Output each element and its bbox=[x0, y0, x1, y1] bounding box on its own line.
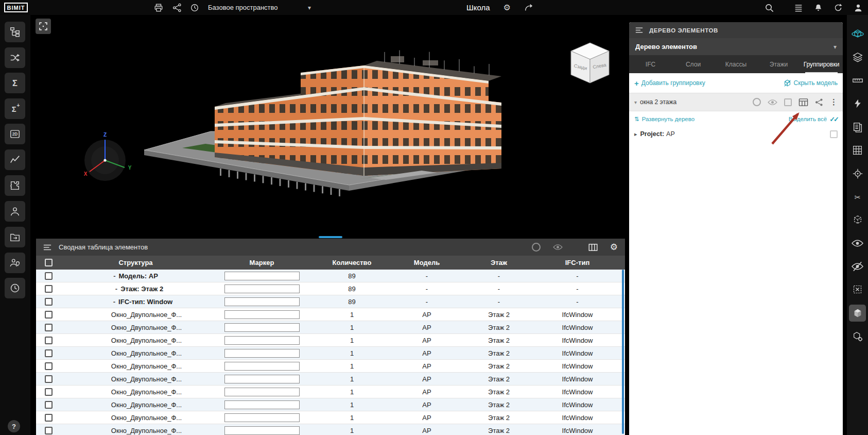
hide-model-link[interactable]: Скрыть модель bbox=[784, 79, 838, 87]
clock-icon[interactable] bbox=[5, 278, 25, 298]
orbit-view-icon[interactable] bbox=[849, 25, 866, 42]
tab-Классы[interactable]: Классы bbox=[715, 55, 757, 73]
marker-input[interactable] bbox=[224, 272, 300, 280]
share-icon[interactable] bbox=[524, 3, 533, 12]
2d-view-icon[interactable]: 2D bbox=[5, 124, 25, 144]
marker-input[interactable] bbox=[224, 426, 300, 435]
help-button[interactable]: ? bbox=[8, 420, 20, 432]
model-cube-icon[interactable] bbox=[849, 305, 866, 322]
row-checkbox[interactable] bbox=[45, 298, 53, 306]
chart-icon[interactable] bbox=[5, 149, 25, 170]
tab-Слои[interactable]: Слои bbox=[672, 55, 715, 73]
tab-IFC[interactable]: IFC bbox=[629, 55, 672, 73]
connections-icon[interactable] bbox=[5, 47, 25, 68]
columns-icon[interactable] bbox=[588, 243, 598, 252]
expand-caret-icon[interactable]: ▸ bbox=[634, 131, 637, 138]
plugins-icon[interactable] bbox=[5, 175, 25, 196]
clash-lightning-icon[interactable] bbox=[849, 95, 866, 112]
grid-icon[interactable] bbox=[849, 142, 866, 159]
list-icon[interactable] bbox=[794, 3, 803, 12]
search-icon[interactable] bbox=[764, 3, 774, 13]
marker-input[interactable] bbox=[224, 310, 300, 319]
grouping-row[interactable]: ▾ окна 2 этажа ⋮ bbox=[629, 93, 843, 111]
selection-circle-icon[interactable] bbox=[753, 98, 761, 106]
row-checkbox[interactable] bbox=[45, 324, 53, 331]
section-cut-icon[interactable]: ✂ bbox=[849, 188, 866, 205]
marker-input[interactable] bbox=[224, 336, 300, 345]
row-checkbox[interactable] bbox=[45, 349, 53, 357]
row-checkbox[interactable] bbox=[45, 401, 53, 409]
row-checkbox[interactable] bbox=[45, 414, 53, 422]
focus-selection-button[interactable] bbox=[36, 19, 51, 34]
marker-input[interactable] bbox=[224, 400, 300, 409]
workspace-selector[interactable]: Базовое пространство ▾ bbox=[208, 0, 311, 15]
model-settings-icon[interactable] bbox=[849, 328, 866, 345]
select-all-link[interactable]: Выделить всё ✓✓ bbox=[789, 115, 838, 123]
refresh-icon[interactable] bbox=[834, 3, 843, 12]
user-icon[interactable] bbox=[854, 3, 863, 12]
menu-icon[interactable] bbox=[43, 244, 51, 251]
navigation-cube[interactable]: Сзади Слева bbox=[561, 36, 622, 92]
devices-icon[interactable] bbox=[153, 3, 164, 13]
row-checkbox[interactable] bbox=[45, 375, 53, 383]
hide-eye-icon[interactable] bbox=[849, 258, 866, 275]
more-options-icon[interactable]: ⋮ bbox=[830, 97, 838, 107]
row-checkbox[interactable] bbox=[45, 311, 53, 319]
locate-icon[interactable] bbox=[849, 165, 866, 182]
row-checkbox[interactable] bbox=[45, 285, 53, 293]
app-logo[interactable]: BIMIT bbox=[4, 3, 28, 12]
select-all-checkbox[interactable] bbox=[45, 259, 53, 266]
col-structure[interactable]: Структура bbox=[61, 259, 211, 266]
add-grouping-link[interactable]: + Добавить группировку bbox=[634, 79, 705, 88]
col-ifc-type[interactable]: IFC-тип bbox=[535, 259, 620, 266]
history-icon[interactable] bbox=[189, 3, 200, 13]
measure-icon[interactable] bbox=[849, 72, 866, 89]
marker-input[interactable] bbox=[224, 413, 300, 422]
tab-Группировки[interactable]: Группировки bbox=[800, 55, 843, 73]
panel-drag-handle[interactable] bbox=[319, 236, 342, 238]
row-checkbox[interactable] bbox=[45, 362, 53, 370]
sheets-icon[interactable] bbox=[849, 119, 866, 136]
folder-transfer-icon[interactable] bbox=[5, 227, 25, 247]
row-checkbox[interactable] bbox=[45, 337, 53, 344]
marker-input[interactable] bbox=[224, 285, 300, 293]
col-model[interactable]: Модель bbox=[391, 259, 463, 266]
marker-input[interactable] bbox=[224, 375, 300, 383]
tree-root-item[interactable]: ▸ Project: АР bbox=[629, 127, 843, 141]
marker-input[interactable] bbox=[224, 349, 300, 358]
marker-input[interactable] bbox=[224, 388, 300, 396]
visibility-icon[interactable] bbox=[553, 244, 563, 250]
grouping-table-icon[interactable] bbox=[798, 98, 808, 107]
marker-input[interactable] bbox=[224, 323, 300, 332]
grouping-checkbox[interactable] bbox=[784, 98, 792, 106]
row-checkbox[interactable] bbox=[45, 427, 53, 434]
network-icon[interactable] bbox=[172, 3, 182, 13]
layers-icon[interactable] bbox=[849, 48, 866, 65]
gear-icon[interactable]: ⚙ bbox=[504, 4, 511, 12]
share-nodes-icon[interactable] bbox=[815, 98, 823, 107]
col-marker[interactable]: Маркер bbox=[211, 259, 313, 266]
menu-icon[interactable] bbox=[635, 27, 643, 34]
table-settings-gear-icon[interactable]: ⚙ bbox=[610, 243, 618, 252]
tab-Этажи[interactable]: Этажи bbox=[757, 55, 800, 73]
sum-icon[interactable]: Σ bbox=[5, 73, 25, 93]
collapse-icon[interactable]: ▾ bbox=[634, 99, 637, 105]
person-icon[interactable] bbox=[5, 201, 25, 222]
structure-tree-icon[interactable] bbox=[5, 22, 25, 42]
row-checkbox[interactable] bbox=[45, 272, 53, 280]
marker-input[interactable] bbox=[224, 297, 300, 306]
bell-icon[interactable] bbox=[814, 3, 823, 12]
col-floor[interactable]: Этаж bbox=[463, 259, 535, 266]
marker-input[interactable] bbox=[224, 362, 300, 371]
table-scrollbar[interactable] bbox=[622, 270, 624, 434]
visibility-icon[interactable] bbox=[768, 99, 777, 106]
selection-circle-icon[interactable] bbox=[532, 243, 541, 252]
sum-add-icon[interactable]: Σ+ bbox=[5, 98, 25, 119]
isolate-box-icon[interactable] bbox=[849, 281, 866, 298]
tree-root-checkbox[interactable] bbox=[830, 130, 838, 138]
col-count[interactable]: Количество bbox=[313, 259, 391, 266]
expand-tree-link[interactable]: ⇅ Развернуть дерево bbox=[634, 115, 695, 123]
show-eye-icon[interactable] bbox=[849, 235, 866, 252]
clip-box-icon[interactable] bbox=[849, 211, 866, 228]
person-pin-icon[interactable] bbox=[5, 253, 25, 273]
